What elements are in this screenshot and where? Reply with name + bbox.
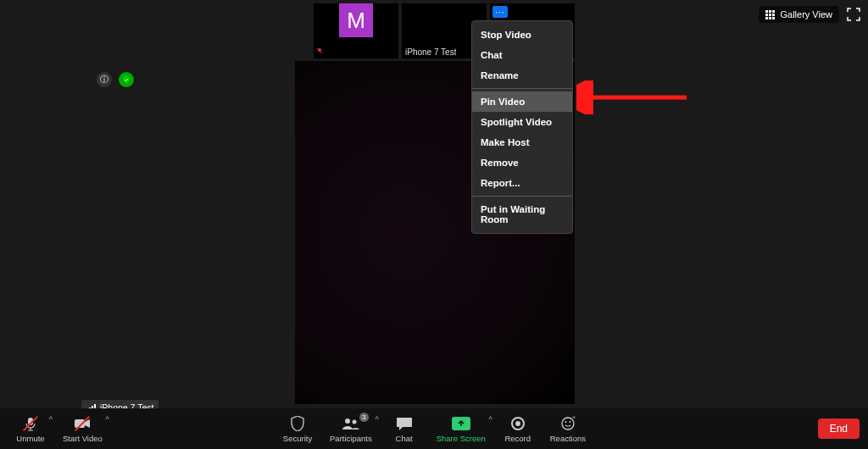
participants-count-badge: 3	[359, 413, 369, 422]
video-off-icon	[74, 415, 91, 432]
end-label: End	[830, 423, 848, 435]
ctx-rename[interactable]: Rename	[472, 65, 572, 86]
ctx-separator-2	[472, 196, 572, 197]
muted-mic-icon	[315, 47, 324, 55]
chevron-up-icon[interactable]: ^	[106, 415, 109, 424]
gallery-label: Gallery View	[780, 9, 832, 19]
fullscreen-icon	[847, 8, 860, 21]
participant-context-menu: Stop Video Chat Rename Pin Video Spotlig…	[471, 20, 573, 234]
share-screen-button[interactable]: Share Screen ^	[428, 412, 494, 446]
chat-button[interactable]: Chat	[381, 412, 428, 446]
share-screen-icon	[452, 415, 470, 432]
gallery-view-button[interactable]: Gallery View	[759, 6, 839, 23]
reactions-icon: +	[560, 415, 576, 432]
reactions-button[interactable]: + Reactions	[542, 412, 594, 446]
ctx-waiting-room[interactable]: Put in Waiting Room	[472, 199, 572, 230]
ctx-spotlight[interactable]: Spotlight Video	[472, 112, 572, 132]
chevron-up-icon[interactable]: ^	[49, 415, 53, 424]
security-label: Security	[283, 434, 312, 443]
svg-point-5	[352, 420, 356, 424]
participants-label: Participants	[330, 434, 372, 443]
start-video-button[interactable]: Start Video ^	[54, 412, 111, 446]
chevron-up-icon[interactable]: ^	[375, 415, 378, 424]
encryption-shield-icon[interactable]	[119, 72, 134, 87]
record-label: Record	[504, 434, 531, 443]
avatar-letter-text: M	[347, 8, 365, 34]
thumbnail-1[interactable]: M	[314, 3, 398, 58]
info-icon[interactable]: ⓘ	[97, 72, 112, 87]
view-controls: Gallery View	[759, 5, 863, 24]
end-meeting-button[interactable]: End	[818, 419, 860, 439]
ctx-pin-video[interactable]: Pin Video	[472, 91, 572, 112]
chat-icon	[396, 415, 413, 432]
start-video-label: Start Video	[63, 434, 103, 443]
shield-icon	[291, 415, 304, 432]
ctx-make-host[interactable]: Make Host	[472, 132, 572, 152]
ctx-chat[interactable]: Chat	[472, 45, 572, 65]
svg-point-8	[569, 421, 570, 423]
chat-label: Chat	[396, 434, 413, 443]
participants-icon	[342, 415, 360, 432]
ctx-separator	[472, 88, 572, 89]
unmute-label: Unmute	[16, 434, 44, 443]
avatar-letter: M	[339, 3, 373, 37]
mic-muted-icon	[23, 415, 38, 432]
svg-text:+: +	[572, 416, 576, 420]
share-label: Share Screen	[437, 434, 486, 443]
svg-point-4	[345, 419, 350, 424]
more-options-button[interactable]: ···	[492, 6, 508, 18]
ctx-remove[interactable]: Remove	[472, 152, 572, 173]
grid-icon	[765, 10, 775, 19]
security-button[interactable]: Security	[274, 412, 321, 446]
unmute-button[interactable]: Unmute ^	[7, 412, 54, 446]
reactions-label: Reactions	[550, 434, 586, 443]
meeting-info-icons: ⓘ	[97, 72, 134, 87]
participants-button[interactable]: 3 Participants ^	[321, 412, 381, 446]
record-icon	[511, 415, 525, 432]
ctx-report[interactable]: Report...	[472, 173, 572, 193]
record-button[interactable]: Record	[494, 412, 542, 446]
svg-point-7	[565, 421, 566, 423]
fullscreen-button[interactable]	[844, 5, 863, 24]
chevron-up-icon[interactable]: ^	[489, 415, 492, 424]
meeting-toolbar: Unmute ^ Start Video ^ Security	[0, 408, 868, 449]
zoom-meeting-window: Gallery View M iPhone 7 Test ··· connect…	[0, 0, 868, 449]
thumb-label-2: iPhone 7 Test	[405, 47, 456, 57]
annotation-arrow	[576, 80, 695, 114]
ctx-stop-video[interactable]: Stop Video	[472, 25, 572, 45]
